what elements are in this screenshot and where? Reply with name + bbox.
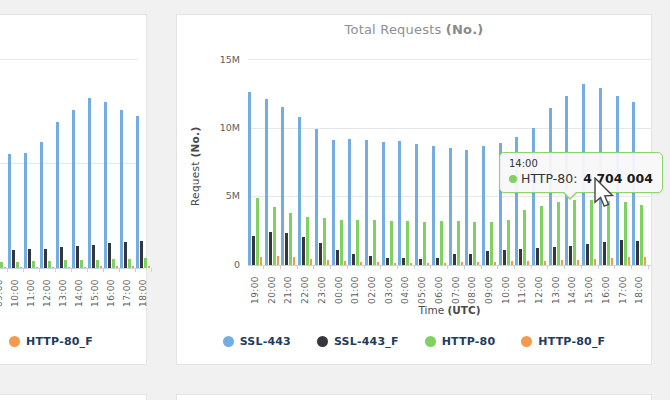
bar-ssl-443_f-23:00[interactable] (319, 243, 322, 265)
bar-group-03:00[interactable] (380, 58, 397, 265)
bar-ssl-443-13:00[interactable] (56, 122, 59, 268)
bar-group-12:00[interactable] (39, 59, 55, 268)
bar-http-80_f-16:00[interactable] (611, 258, 613, 265)
legend-item-http-80[interactable]: HTTP-80 (425, 335, 496, 348)
bar-ssl-443_f-12:00[interactable] (536, 248, 539, 265)
bar-http-80-19:00[interactable] (256, 198, 259, 265)
bar-ssl-443-02:00[interactable] (365, 140, 368, 265)
bar-http-80_f-18:00[interactable] (148, 266, 150, 268)
bar-ssl-443_f-20:00[interactable] (269, 232, 272, 265)
bar-http-80-00:00[interactable] (340, 220, 343, 265)
bar-http-80_f-08:00[interactable] (477, 262, 479, 265)
bar-group-20:00[interactable] (263, 58, 280, 265)
bar-http-80_f-02:00[interactable] (377, 262, 379, 265)
bar-ssl-443-12:00[interactable] (532, 128, 535, 265)
bar-ssl-443_f-03:00[interactable] (386, 258, 389, 265)
bar-ssl-443_f-11:00[interactable] (519, 249, 522, 265)
bar-http-80_f-17:00[interactable] (628, 257, 630, 265)
bar-ssl-443_f-18:00[interactable] (636, 241, 639, 265)
bar-ssl-443_f-07:00[interactable] (453, 254, 456, 265)
bar-http-80_f-23:00[interactable] (327, 260, 329, 265)
bar-ssl-443_f-21:00[interactable] (285, 233, 288, 265)
bar-ssl-443-03:00[interactable] (382, 142, 385, 265)
bar-ssl-443_f-13:00[interactable] (553, 247, 556, 265)
bar-http-80_f-14:00[interactable] (84, 267, 86, 268)
bar-group-09:00[interactable] (481, 58, 498, 265)
bar-ssl-443_f-04:00[interactable] (402, 258, 405, 265)
bar-ssl-443-01:00[interactable] (348, 139, 351, 265)
bar-group-08:00[interactable] (464, 58, 481, 265)
bar-http-80-05:00[interactable] (423, 222, 426, 265)
bar-group-19:00[interactable] (247, 58, 264, 265)
bar-http-80-11:00[interactable] (32, 261, 35, 268)
bar-ssl-443_f-09:00[interactable] (486, 251, 489, 265)
bar-http-80-23:00[interactable] (323, 218, 326, 265)
bar-ssl-443-14:00[interactable] (72, 110, 75, 268)
bar-ssl-443-22:00[interactable] (298, 117, 301, 265)
bar-ssl-443-10:00[interactable] (8, 154, 11, 268)
bar-http-80_f-09:00[interactable] (4, 267, 6, 268)
bar-ssl-443-05:00[interactable] (415, 144, 418, 265)
bar-http-80-20:00[interactable] (273, 207, 276, 265)
bar-ssl-443_f-18:00[interactable] (140, 241, 143, 268)
legend-item-http-80_f[interactable]: HTTP-80_F (521, 335, 605, 348)
bar-group-15:00[interactable] (87, 59, 103, 268)
bar-http-80_f-00:00[interactable] (344, 261, 346, 265)
bar-http-80-02:00[interactable] (373, 220, 376, 265)
bar-http-80-16:00[interactable] (607, 201, 610, 265)
bar-ssl-443_f-05:00[interactable] (419, 259, 422, 265)
bar-http-80_f-10:00[interactable] (20, 267, 22, 268)
bar-http-80-10:00[interactable] (16, 262, 19, 268)
bar-http-80-13:00[interactable] (557, 202, 560, 265)
bar-http-80-07:00[interactable] (457, 221, 460, 265)
bar-ssl-443-15:00[interactable] (88, 98, 91, 268)
bar-ssl-443-00:00[interactable] (332, 140, 335, 265)
bar-http-80_f-13:00[interactable] (561, 260, 563, 265)
bar-http-80_f-03:00[interactable] (394, 263, 396, 265)
bar-ssl-443_f-08:00[interactable] (469, 254, 472, 265)
bar-ssl-443-04:00[interactable] (398, 141, 401, 265)
bar-http-80-01:00[interactable] (356, 220, 359, 265)
left-chart-plot-area[interactable]: 09:0010:0011:0012:0013:0014:0015:0016:00… (0, 59, 142, 268)
bar-group-10:00[interactable] (7, 59, 23, 268)
bar-group-13:00[interactable] (55, 59, 71, 268)
bar-http-80_f-06:00[interactable] (444, 263, 446, 265)
bar-http-80-16:00[interactable] (112, 259, 115, 268)
bar-ssl-443_f-22:00[interactable] (302, 237, 305, 265)
bar-http-80-18:00[interactable] (144, 258, 147, 268)
bar-http-80_f-21:00[interactable] (293, 257, 295, 265)
bar-ssl-443_f-01:00[interactable] (352, 254, 355, 265)
bar-http-80-12:00[interactable] (540, 206, 543, 265)
bar-http-80_f-19:00[interactable] (260, 257, 262, 265)
bar-http-80-15:00[interactable] (590, 200, 593, 265)
bar-ssl-443-18:00[interactable] (136, 116, 139, 268)
bar-ssl-443-07:00[interactable] (449, 148, 452, 265)
bar-http-80-08:00[interactable] (473, 222, 476, 265)
bar-http-80_f-13:00[interactable] (68, 267, 70, 268)
bar-http-80_f-18:00[interactable] (644, 257, 646, 265)
bar-ssl-443_f-06:00[interactable] (436, 258, 439, 265)
legend-item-ssl-443[interactable]: SSL-443 (223, 335, 291, 348)
bar-ssl-443-17:00[interactable] (120, 110, 123, 268)
bar-ssl-443-12:00[interactable] (40, 142, 43, 268)
bar-group-02:00[interactable] (364, 58, 381, 265)
bar-http-80_f-05:00[interactable] (427, 263, 429, 265)
bar-ssl-443_f-14:00[interactable] (76, 246, 79, 268)
bar-ssl-443_f-14:00[interactable] (569, 246, 572, 265)
bar-http-80-14:00[interactable] (80, 260, 83, 268)
bar-group-00:00[interactable] (330, 58, 347, 265)
bar-group-17:00[interactable] (119, 59, 135, 268)
bar-ssl-443-23:00[interactable] (315, 129, 318, 265)
bar-group-01:00[interactable] (347, 58, 364, 265)
bar-http-80-12:00[interactable] (48, 261, 51, 268)
bar-http-80-03:00[interactable] (390, 221, 393, 265)
bar-group-09:00[interactable] (0, 59, 7, 268)
bar-ssl-443_f-12:00[interactable] (44, 249, 47, 268)
bar-group-05:00[interactable] (414, 58, 431, 265)
bar-http-80_f-07:00[interactable] (461, 262, 463, 265)
bar-http-80_f-17:00[interactable] (132, 266, 134, 268)
bar-group-06:00[interactable] (430, 58, 447, 265)
bar-group-22:00[interactable] (297, 58, 314, 265)
bar-ssl-443-08:00[interactable] (465, 150, 468, 265)
bar-ssl-443_f-19:00[interactable] (252, 236, 255, 265)
